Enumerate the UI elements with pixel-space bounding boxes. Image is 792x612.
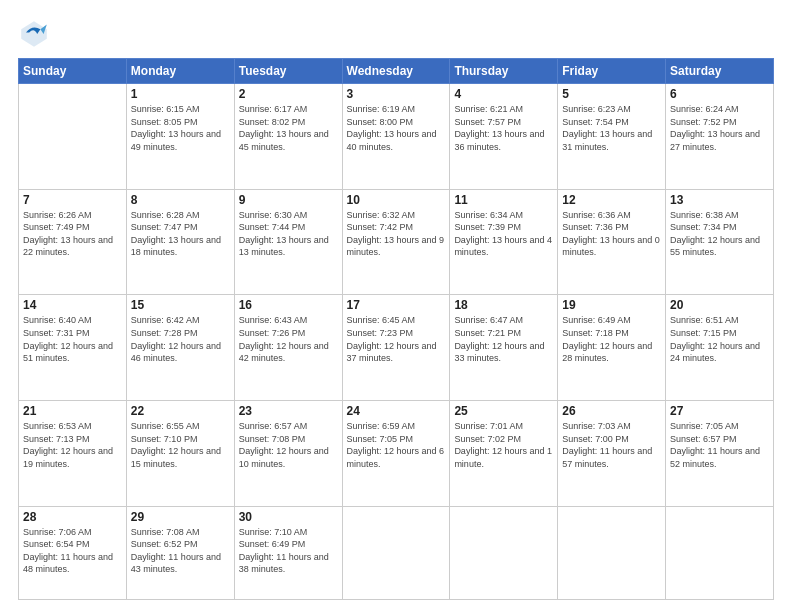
calendar-cell: 27Sunrise: 7:05 AMSunset: 6:57 PMDayligh… [666,401,774,507]
calendar-cell: 25Sunrise: 7:01 AMSunset: 7:02 PMDayligh… [450,401,558,507]
calendar-cell: 5Sunrise: 6:23 AMSunset: 7:54 PMDaylight… [558,84,666,190]
calendar-cell: 6Sunrise: 6:24 AMSunset: 7:52 PMDaylight… [666,84,774,190]
day-number: 12 [562,193,661,207]
day-number: 14 [23,298,122,312]
day-info: Sunrise: 6:59 AMSunset: 7:05 PMDaylight:… [347,420,446,470]
calendar-cell: 2Sunrise: 6:17 AMSunset: 8:02 PMDaylight… [234,84,342,190]
day-number: 5 [562,87,661,101]
day-number: 20 [670,298,769,312]
day-number: 1 [131,87,230,101]
day-number: 27 [670,404,769,418]
calendar-cell: 29Sunrise: 7:08 AMSunset: 6:52 PMDayligh… [126,506,234,599]
day-info: Sunrise: 6:24 AMSunset: 7:52 PMDaylight:… [670,103,769,153]
day-info: Sunrise: 6:17 AMSunset: 8:02 PMDaylight:… [239,103,338,153]
day-number: 16 [239,298,338,312]
day-info: Sunrise: 6:38 AMSunset: 7:34 PMDaylight:… [670,209,769,259]
day-number: 26 [562,404,661,418]
weekday-header-row: SundayMondayTuesdayWednesdayThursdayFrid… [19,59,774,84]
weekday-header-saturday: Saturday [666,59,774,84]
day-info: Sunrise: 6:36 AMSunset: 7:36 PMDaylight:… [562,209,661,259]
week-row-3: 14Sunrise: 6:40 AMSunset: 7:31 PMDayligh… [19,295,774,401]
day-number: 19 [562,298,661,312]
day-info: Sunrise: 6:57 AMSunset: 7:08 PMDaylight:… [239,420,338,470]
day-info: Sunrise: 6:42 AMSunset: 7:28 PMDaylight:… [131,314,230,364]
weekday-header-wednesday: Wednesday [342,59,450,84]
calendar-cell: 26Sunrise: 7:03 AMSunset: 7:00 PMDayligh… [558,401,666,507]
day-info: Sunrise: 6:53 AMSunset: 7:13 PMDaylight:… [23,420,122,470]
calendar-cell [450,506,558,599]
week-row-2: 7Sunrise: 6:26 AMSunset: 7:49 PMDaylight… [19,189,774,295]
day-number: 23 [239,404,338,418]
week-row-1: 1Sunrise: 6:15 AMSunset: 8:05 PMDaylight… [19,84,774,190]
day-info: Sunrise: 7:03 AMSunset: 7:00 PMDaylight:… [562,420,661,470]
day-number: 6 [670,87,769,101]
day-info: Sunrise: 6:21 AMSunset: 7:57 PMDaylight:… [454,103,553,153]
day-info: Sunrise: 7:10 AMSunset: 6:49 PMDaylight:… [239,526,338,576]
calendar-cell: 18Sunrise: 6:47 AMSunset: 7:21 PMDayligh… [450,295,558,401]
day-number: 28 [23,510,122,524]
weekday-header-tuesday: Tuesday [234,59,342,84]
day-number: 2 [239,87,338,101]
calendar-cell: 28Sunrise: 7:06 AMSunset: 6:54 PMDayligh… [19,506,127,599]
calendar-cell: 23Sunrise: 6:57 AMSunset: 7:08 PMDayligh… [234,401,342,507]
day-number: 15 [131,298,230,312]
day-number: 11 [454,193,553,207]
calendar-table: SundayMondayTuesdayWednesdayThursdayFrid… [18,58,774,600]
day-number: 8 [131,193,230,207]
day-number: 24 [347,404,446,418]
weekday-header-thursday: Thursday [450,59,558,84]
day-info: Sunrise: 6:19 AMSunset: 8:00 PMDaylight:… [347,103,446,153]
calendar-cell: 24Sunrise: 6:59 AMSunset: 7:05 PMDayligh… [342,401,450,507]
logo [18,18,54,50]
day-info: Sunrise: 6:30 AMSunset: 7:44 PMDaylight:… [239,209,338,259]
calendar-cell: 13Sunrise: 6:38 AMSunset: 7:34 PMDayligh… [666,189,774,295]
calendar-cell: 16Sunrise: 6:43 AMSunset: 7:26 PMDayligh… [234,295,342,401]
calendar-cell: 11Sunrise: 6:34 AMSunset: 7:39 PMDayligh… [450,189,558,295]
calendar-cell: 8Sunrise: 6:28 AMSunset: 7:47 PMDaylight… [126,189,234,295]
calendar-cell: 4Sunrise: 6:21 AMSunset: 7:57 PMDaylight… [450,84,558,190]
day-info: Sunrise: 6:26 AMSunset: 7:49 PMDaylight:… [23,209,122,259]
week-row-5: 28Sunrise: 7:06 AMSunset: 6:54 PMDayligh… [19,506,774,599]
day-number: 21 [23,404,122,418]
day-number: 13 [670,193,769,207]
calendar-cell [666,506,774,599]
calendar-cell: 15Sunrise: 6:42 AMSunset: 7:28 PMDayligh… [126,295,234,401]
logo-icon [18,18,50,50]
day-info: Sunrise: 7:06 AMSunset: 6:54 PMDaylight:… [23,526,122,576]
weekday-header-friday: Friday [558,59,666,84]
weekday-header-sunday: Sunday [19,59,127,84]
calendar-cell: 21Sunrise: 6:53 AMSunset: 7:13 PMDayligh… [19,401,127,507]
day-number: 30 [239,510,338,524]
day-info: Sunrise: 6:43 AMSunset: 7:26 PMDaylight:… [239,314,338,364]
calendar-cell: 17Sunrise: 6:45 AMSunset: 7:23 PMDayligh… [342,295,450,401]
day-number: 29 [131,510,230,524]
svg-marker-0 [21,21,47,47]
day-info: Sunrise: 6:23 AMSunset: 7:54 PMDaylight:… [562,103,661,153]
day-info: Sunrise: 6:34 AMSunset: 7:39 PMDaylight:… [454,209,553,259]
day-info: Sunrise: 7:05 AMSunset: 6:57 PMDaylight:… [670,420,769,470]
day-number: 17 [347,298,446,312]
week-row-4: 21Sunrise: 6:53 AMSunset: 7:13 PMDayligh… [19,401,774,507]
day-number: 25 [454,404,553,418]
calendar-cell [19,84,127,190]
day-info: Sunrise: 6:55 AMSunset: 7:10 PMDaylight:… [131,420,230,470]
calendar-cell: 3Sunrise: 6:19 AMSunset: 8:00 PMDaylight… [342,84,450,190]
calendar-cell: 7Sunrise: 6:26 AMSunset: 7:49 PMDaylight… [19,189,127,295]
header [18,18,774,50]
day-number: 9 [239,193,338,207]
day-number: 18 [454,298,553,312]
day-info: Sunrise: 6:28 AMSunset: 7:47 PMDaylight:… [131,209,230,259]
page: SundayMondayTuesdayWednesdayThursdayFrid… [0,0,792,612]
calendar-cell: 30Sunrise: 7:10 AMSunset: 6:49 PMDayligh… [234,506,342,599]
calendar-cell: 14Sunrise: 6:40 AMSunset: 7:31 PMDayligh… [19,295,127,401]
calendar-cell [558,506,666,599]
day-number: 22 [131,404,230,418]
calendar-cell: 12Sunrise: 6:36 AMSunset: 7:36 PMDayligh… [558,189,666,295]
day-number: 7 [23,193,122,207]
calendar-cell: 22Sunrise: 6:55 AMSunset: 7:10 PMDayligh… [126,401,234,507]
calendar-cell: 20Sunrise: 6:51 AMSunset: 7:15 PMDayligh… [666,295,774,401]
calendar-cell: 1Sunrise: 6:15 AMSunset: 8:05 PMDaylight… [126,84,234,190]
day-info: Sunrise: 6:15 AMSunset: 8:05 PMDaylight:… [131,103,230,153]
day-info: Sunrise: 6:51 AMSunset: 7:15 PMDaylight:… [670,314,769,364]
day-info: Sunrise: 6:49 AMSunset: 7:18 PMDaylight:… [562,314,661,364]
